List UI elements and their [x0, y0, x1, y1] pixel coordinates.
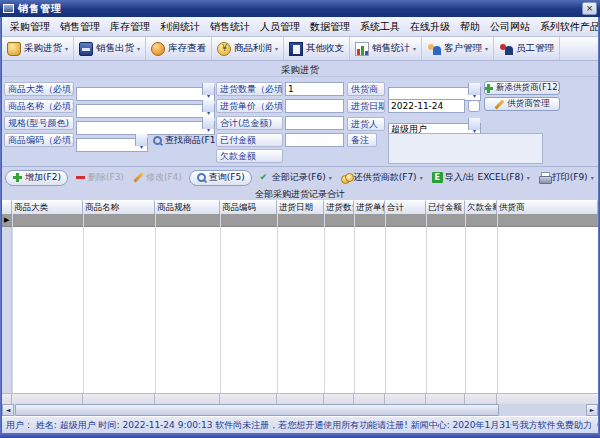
chevron-down-icon[interactable] [202, 117, 214, 129]
chevron-down-icon[interactable]: ▾ [137, 45, 140, 52]
purchase-date-input[interactable] [388, 99, 465, 113]
menu-item-11[interactable]: 系列软件产品 [535, 17, 598, 36]
supplier-combo[interactable] [388, 82, 481, 96]
toolbar-customer-mgmt-button[interactable]: 客户管理▾ [422, 37, 494, 60]
action-label: 还供货商款(F7) [354, 171, 417, 184]
menu-item-10[interactable]: 公司网站 [485, 17, 535, 36]
date-checkbox[interactable] [468, 100, 480, 112]
total-label: 合计(总金额) [216, 116, 283, 130]
column-header-2[interactable]: 商品规格 [155, 200, 220, 214]
action-label: 修改(F4) [146, 171, 182, 184]
menu-item-9[interactable]: 帮助 [455, 17, 485, 36]
status-text: 用户： 姓名: 超级用户 时间: 2022-11-24 9:00:13 软件尚未… [6, 420, 598, 430]
menu-item-7[interactable]: 系统工具 [355, 17, 405, 36]
menu-item-3[interactable]: 利润统计 [155, 17, 205, 36]
chevron-down-icon[interactable]: ▾ [420, 174, 423, 181]
chevron-down-icon[interactable] [135, 134, 147, 146]
title-bar: 销售管理 × [0, 0, 600, 17]
quantity-input[interactable] [285, 82, 344, 96]
toolbar: 采购进货▾销售出货▾库存查看商品利润▾其他收支销售统计▾客户管理▾员工管理 [2, 37, 598, 61]
remark-textarea[interactable] [388, 133, 543, 164]
menu-item-6[interactable]: 数据管理 [305, 17, 355, 36]
toolbar-employee-mgmt-button[interactable]: 员工管理 [494, 37, 560, 60]
menu-item-8[interactable]: 在线升级 [405, 17, 455, 36]
repay-supplier-button[interactable]: 还供货商款(F7)▾ [339, 171, 425, 184]
unit-price-input[interactable] [285, 99, 344, 113]
add-button[interactable]: 增加(F2) [5, 170, 68, 186]
toolbar-stock-view-button[interactable]: 库存查看 [146, 37, 212, 60]
query-button[interactable]: 查询(F5) [189, 170, 252, 186]
chevron-down-icon[interactable]: ▾ [485, 45, 488, 52]
total-input[interactable] [285, 116, 344, 130]
excel-icon [432, 172, 443, 183]
chevron-down-icon[interactable] [202, 83, 214, 95]
column-header-3[interactable]: 商品编码 [220, 200, 277, 214]
toolbar-purchase-in-button[interactable]: 采购进货▾ [2, 37, 74, 60]
toolbar-sales-stats-button[interactable]: 销售统计▾ [350, 37, 422, 60]
excel-button[interactable]: 导入/出 EXCEL(F8)▾ [430, 171, 532, 184]
column-header-6[interactable]: 进货单价 [354, 200, 385, 214]
column-header-7[interactable]: 合计 [385, 200, 426, 214]
column-header-8[interactable]: 已付金额 [426, 200, 465, 214]
menu-item-2[interactable]: 库存管理 [105, 17, 155, 36]
column-header-4[interactable]: 进货日期 [277, 200, 324, 214]
action-label: 导入/出 EXCEL(F8) [445, 171, 524, 184]
form-title: 采购进货 [2, 62, 598, 77]
plus-icon [12, 172, 23, 183]
product-spec-combo[interactable] [76, 116, 215, 130]
scroll-right-icon[interactable]: ► [586, 404, 598, 416]
column-header-9[interactable]: 欠款金额 [465, 200, 497, 214]
menu-item-0[interactable]: 采购管理 [5, 17, 55, 36]
toolbar-label: 员工管理 [516, 42, 554, 55]
toolbar-label: 商品利润 [234, 42, 272, 55]
print-button[interactable]: 打印(F9)▾ [537, 171, 596, 184]
chevron-down-icon[interactable] [202, 100, 214, 112]
chevron-down-icon[interactable]: ▾ [65, 45, 68, 52]
grid-line [277, 214, 278, 393]
selected-row[interactable]: ▶ [2, 214, 598, 227]
plus-icon [484, 83, 494, 94]
menu-item-1[interactable]: 销售管理 [55, 17, 105, 36]
toolbar-label: 库存查看 [168, 42, 206, 55]
add-supplier-button[interactable]: 新添供货商(F12) [484, 81, 560, 95]
scroll-left-icon[interactable]: ◄ [2, 404, 14, 416]
column-header-10[interactable]: 供货商 [497, 200, 598, 214]
column-header-5[interactable]: 进货数量 [324, 200, 354, 214]
column-header-1[interactable]: 商品名称 [83, 200, 155, 214]
search-icon [196, 172, 207, 183]
close-icon[interactable]: × [582, 2, 597, 15]
toolbar-label: 其他收支 [306, 42, 344, 55]
purchaser-combo[interactable] [388, 117, 481, 131]
product-code-label: 商品编码（必填） [4, 133, 74, 147]
table-body[interactable]: ▶ [2, 214, 598, 393]
modify-button: 修改(F4) [131, 171, 184, 184]
supplier-mgmt-button[interactable]: 供货商管理 [484, 97, 560, 111]
window: 销售管理 × 采购管理销售管理库存管理利润统计销售统计人员管理数据管理系统工具在… [0, 0, 600, 438]
action-label: 全部记录(F6) [272, 171, 326, 184]
product-name-label: 商品名称（必填） [4, 99, 74, 113]
chevron-down-icon[interactable]: ▾ [275, 45, 278, 52]
product-category-combo[interactable] [76, 82, 215, 96]
chevron-down-icon[interactable]: ▾ [329, 174, 332, 181]
product-name-combo[interactable] [76, 99, 215, 113]
toolbar-product-profit-button[interactable]: 商品利润▾ [212, 37, 284, 60]
column-header-0[interactable]: 商品大类 [12, 200, 83, 214]
menu-item-4[interactable]: 销售统计 [205, 17, 255, 36]
product-code-combo[interactable] [76, 133, 148, 147]
scrollbar-thumb[interactable] [15, 404, 499, 416]
grid-line [12, 214, 13, 393]
toolbar-other-income-button[interactable]: 其他收支 [284, 37, 350, 60]
chevron-down-icon[interactable]: ▾ [591, 174, 594, 181]
horizontal-scrollbar[interactable]: ◄ ► [2, 404, 598, 416]
all-records-button[interactable]: 全部记录(F6)▾ [257, 171, 334, 184]
unit-price-label: 进货单价（必填） [216, 99, 283, 113]
chevron-down-icon[interactable] [468, 118, 480, 130]
customer-icon [427, 42, 441, 56]
menu-item-5[interactable]: 人员管理 [255, 17, 305, 36]
chevron-down-icon[interactable] [468, 83, 480, 95]
paid-input[interactable] [285, 133, 344, 147]
toolbar-sales-out-button[interactable]: 销售出货▾ [74, 37, 146, 60]
find-product-button[interactable]: 查找商品(F11) [152, 133, 225, 147]
chevron-down-icon[interactable]: ▾ [413, 45, 416, 52]
chevron-down-icon[interactable]: ▾ [527, 174, 530, 181]
